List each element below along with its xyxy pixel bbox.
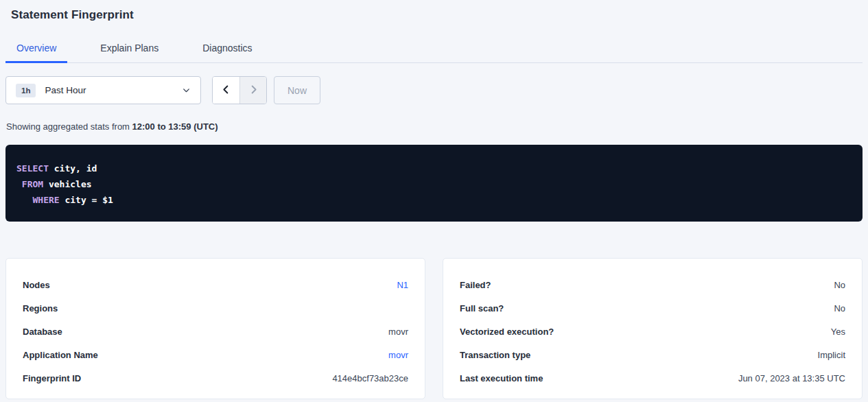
kv-row-database: Database movr (23, 320, 408, 343)
time-picker-row: 1h Past Hour Now (5, 76, 863, 104)
kv-row-vectorized: Vectorized execution? Yes (460, 320, 845, 343)
kv-row-full-scan: Full scan? No (460, 296, 845, 320)
kv-value: No (834, 280, 845, 290)
execution-attributes-card: Failed? No Full scan? No Vectorized exec… (443, 258, 863, 399)
time-step-buttons (212, 76, 267, 104)
prev-time-button[interactable] (213, 77, 239, 104)
application-name-link[interactable]: movr (388, 350, 408, 360)
kv-value: Jun 07, 2023 at 13:35 UTC (738, 373, 845, 383)
kv-value: Yes (831, 327, 845, 337)
statement-fingerprint-page: Statement Fingerprint Overview Explain P… (0, 0, 868, 399)
sql-indent (16, 179, 22, 189)
sql-keyword: SELECT (16, 163, 49, 174)
kv-label: Fingerprint ID (23, 373, 81, 383)
kv-label: Database (23, 327, 62, 337)
kv-label: Application Name (23, 350, 98, 360)
kv-row-last-execution-time: Last execution time Jun 07, 2023 at 13:3… (460, 366, 845, 390)
sql-statement: SELECT city, id FROM vehicles WHERE city… (16, 161, 852, 208)
chevron-down-icon (182, 86, 191, 95)
statement-details-card: Nodes N1 Regions Database movr Applicati… (5, 258, 425, 399)
kv-row-transaction-type: Transaction type Implicit (460, 343, 845, 366)
kv-value: 414e4bcf73ab23ce (332, 373, 408, 383)
sql-text: city, id (49, 163, 97, 174)
kv-value: movr (388, 327, 408, 337)
interval-badge: 1h (16, 84, 36, 97)
kv-row-application-name: Application Name movr (23, 343, 408, 366)
kv-row-failed: Failed? No (460, 273, 845, 296)
sql-keyword: FROM (22, 179, 43, 189)
kv-label: Nodes (23, 280, 50, 290)
stats-range: 12:00 to 13:59 (UTC) (132, 121, 218, 132)
detail-cards: Nodes N1 Regions Database movr Applicati… (5, 258, 863, 399)
tab-explain-plans[interactable]: Explain Plans (89, 38, 169, 63)
tab-overview[interactable]: Overview (5, 38, 67, 63)
page-title: Statement Fingerprint (5, 0, 863, 22)
kv-label: Regions (23, 303, 58, 314)
kv-label: Transaction type (460, 350, 530, 360)
now-button[interactable]: Now (274, 76, 320, 104)
chevron-left-icon (221, 84, 231, 97)
kv-label: Vectorized execution? (460, 327, 554, 337)
nodes-link[interactable]: N1 (397, 280, 408, 290)
kv-row-fingerprint-id: Fingerprint ID 414e4bcf73ab23ce (23, 366, 408, 390)
chevron-right-icon (248, 84, 259, 97)
stats-prefix: Showing aggregated stats from (6, 121, 130, 132)
kv-label: Full scan? (460, 303, 504, 314)
tab-diagnostics[interactable]: Diagnostics (191, 38, 263, 63)
time-range-dropdown[interactable]: 1h Past Hour (5, 76, 201, 104)
sql-text: vehicles (43, 179, 91, 189)
kv-value: Implicit (818, 350, 845, 360)
sql-statement-box: SELECT city, id FROM vehicles WHERE city… (5, 145, 863, 222)
next-time-button[interactable] (239, 77, 266, 104)
kv-value: No (834, 303, 845, 314)
tab-bar: Overview Explain Plans Diagnostics (5, 38, 863, 63)
kv-row-regions: Regions (23, 296, 408, 320)
sql-indent (16, 195, 32, 205)
sql-text: city = $1 (60, 195, 113, 205)
kv-label: Last execution time (460, 373, 543, 383)
kv-label: Failed? (460, 280, 491, 290)
time-range-label: Past Hour (45, 85, 86, 95)
kv-row-nodes: Nodes N1 (23, 273, 408, 296)
aggregated-stats-summary: Showing aggregated stats from 12:00 to 1… (5, 121, 863, 132)
sql-keyword: WHERE (32, 195, 59, 205)
